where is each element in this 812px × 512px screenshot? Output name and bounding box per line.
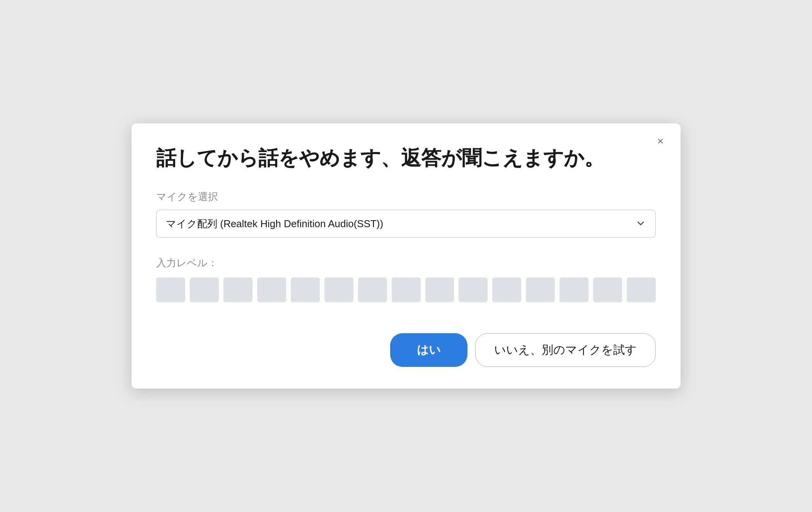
level-bar bbox=[425, 277, 454, 302]
level-bar bbox=[358, 277, 387, 302]
level-bar bbox=[492, 277, 521, 302]
level-bar bbox=[324, 277, 353, 302]
dialog-overlay: × 話してから話をやめます、返答が聞こえますか。 マイクを選択 マイク配列 (R… bbox=[0, 0, 812, 512]
level-bar bbox=[190, 277, 219, 302]
level-bar bbox=[156, 277, 185, 302]
level-bar bbox=[526, 277, 555, 302]
input-level-label: 入力レベル： bbox=[156, 256, 656, 270]
close-button[interactable]: × bbox=[654, 134, 667, 148]
dialog-container: × 話してから話をやめます、返答が聞こえますか。 マイクを選択 マイク配列 (R… bbox=[131, 123, 681, 389]
close-icon: × bbox=[657, 135, 664, 147]
mic-section-label: マイクを選択 bbox=[156, 190, 656, 204]
yes-button[interactable]: はい bbox=[390, 333, 467, 367]
level-bar bbox=[392, 277, 421, 302]
level-bar bbox=[257, 277, 286, 302]
no-button[interactable]: いいえ、別のマイクを試す bbox=[475, 333, 656, 367]
level-bars-container bbox=[156, 277, 656, 302]
mic-select[interactable]: マイク配列 (Realtek High Definition Audio(SST… bbox=[156, 210, 656, 238]
level-bar bbox=[223, 277, 252, 302]
level-bar bbox=[593, 277, 622, 302]
dialog-footer: はい いいえ、別のマイクを試す bbox=[156, 333, 656, 367]
level-bar bbox=[627, 277, 656, 302]
dialog-title: 話してから話をやめます、返答が聞こえますか。 bbox=[156, 145, 656, 171]
level-bar bbox=[291, 277, 320, 302]
level-bar bbox=[560, 277, 589, 302]
level-bar bbox=[459, 277, 488, 302]
